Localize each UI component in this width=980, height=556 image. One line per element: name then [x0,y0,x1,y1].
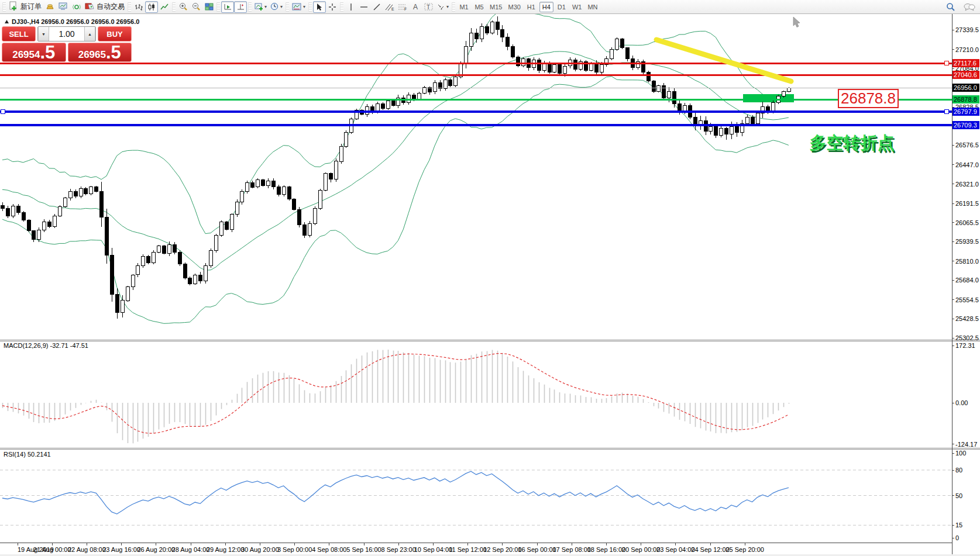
vertical-line-icon [348,3,354,11]
toolbar-grip [452,2,455,12]
svg-text:25939.5: 25939.5 [955,238,979,245]
svg-text:26956.0: 26956.0 [954,84,977,91]
tab-m1[interactable]: M1 [457,2,471,12]
tab-mn[interactable]: MN [585,2,600,12]
svg-text:26576.5: 26576.5 [955,141,979,149]
toolbar-right [946,0,975,14]
svg-text:26878.8: 26878.8 [841,89,896,107]
tile-windows-button[interactable] [202,1,215,13]
chevron-down-icon: ▾ [303,4,305,9]
bar-chart-button[interactable] [132,1,145,13]
chat-icon[interactable] [964,3,975,12]
fibonacci-button[interactable]: F [396,1,409,13]
svg-text:3 Sep 00:00: 3 Sep 00:00 [277,546,312,553]
time-axis: 19 Aug 201921 Aug 00:0022 Aug 08:0023 Au… [18,543,764,554]
level-lines [0,61,952,125]
zoom-out-button[interactable] [190,1,202,13]
sell-price-main: 26954 [12,49,40,61]
bar-chart-icon [135,3,143,11]
equidistant-channel-button[interactable]: E [383,1,396,13]
template-icon [292,3,302,11]
search-icon[interactable] [946,2,955,12]
tab-m30[interactable]: M30 [506,2,522,12]
sell-button[interactable]: SELL [2,26,36,42]
toolbar-grip [216,2,220,12]
svg-text:4 Sep 08:00: 4 Sep 08:00 [312,546,346,553]
tab-w1[interactable]: W1 [570,2,584,12]
svg-text:25428.5: 25428.5 [955,315,979,322]
tab-m5[interactable]: M5 [472,2,486,12]
tile-windows-icon [205,3,214,11]
tab-m15[interactable]: M15 [487,2,504,12]
svg-text:27117.6: 27117.6 [954,60,976,67]
line-chart-button[interactable] [158,1,171,13]
rsi-indicator [0,470,952,525]
chart-shift-icon [236,3,245,11]
svg-text:5 Sep 16:00: 5 Sep 16:00 [346,546,381,553]
text-label-icon: T [424,3,433,11]
highlight-box [743,94,794,102]
chart-shift-button[interactable] [234,1,247,13]
svg-text:20 Sep 00:00: 20 Sep 00:00 [622,546,660,553]
new-chart-button[interactable]: ▾ [253,1,269,13]
trendline-button[interactable] [370,1,383,13]
buy-button[interactable]: BUY [98,26,132,42]
svg-text:F: F [404,7,407,11]
autotrade-button[interactable]: 自动交易 [83,1,126,13]
tab-d1[interactable]: D1 [555,2,569,12]
auto-scroll-button[interactable] [221,1,234,13]
chart-canvas[interactable]: 27339.527210.027084.026956.026828.526703… [0,0,980,556]
arrows-button[interactable]: ▾ [435,1,451,13]
volume-input[interactable]: 1.00 [49,27,84,41]
volume-stepper: ▼ 1.00 ▲ [37,26,96,42]
autotrade-label: 自动交易 [97,2,125,12]
price-axis: 27339.527210.027084.026956.026828.526703… [0,14,979,554]
tab-h4[interactable]: H4 [539,2,553,12]
zoom-in-button[interactable] [177,1,190,13]
volume-increase-button[interactable]: ▲ [84,27,95,41]
svg-text:25302.5: 25302.5 [955,334,979,341]
svg-text:27210.0: 27210.0 [955,46,979,53]
buy-price-box[interactable]: 26965.5 [68,43,132,62]
svg-text:26191.5: 26191.5 [955,200,979,207]
new-order-button[interactable]: 新订单 [7,1,43,13]
svg-text:26878.8: 26878.8 [954,96,977,103]
tab-h1[interactable]: H1 [524,2,538,12]
sell-price-box[interactable]: 26954.5 [2,43,66,62]
crosshair-button[interactable] [326,1,339,13]
terminal-button[interactable] [57,1,70,13]
new-chart-icon [255,3,263,11]
text-button[interactable]: A [409,1,422,13]
svg-text:T: T [427,4,430,11]
toolbar-grip [340,2,343,12]
market-watch-button[interactable] [43,1,57,13]
svg-text:100: 100 [955,450,966,457]
cursor-button[interactable] [313,1,326,13]
line-chart-icon [160,3,169,11]
sell-price-frac: .5 [40,44,55,61]
svg-text:E: E [391,7,394,11]
toolbar-grip [128,2,131,12]
svg-text:25684.0: 25684.0 [955,277,979,284]
periods-button[interactable]: ▾ [269,1,284,13]
buy-price-main: 26965 [78,49,106,61]
svg-text:26065.5: 26065.5 [955,219,979,226]
terminal-icon [59,2,68,11]
crosshair-icon [328,3,336,11]
fibonacci-icon: F [398,3,407,11]
rsi-label: RSI(14) 50.2141 [4,451,51,458]
volume-decrease-button[interactable]: ▼ [38,27,49,41]
vertical-line-button[interactable] [345,1,357,13]
svg-text:80: 80 [955,467,962,474]
svg-text:26447.0: 26447.0 [955,161,979,168]
signals-button[interactable] [70,1,83,13]
symbol-marker-icon [5,20,9,23]
templates-button[interactable]: ▾ [290,1,307,13]
buy-price-frac: .5 [106,44,121,61]
svg-text:16 Sep 00:00: 16 Sep 00:00 [518,546,556,553]
horizontal-line-button[interactable] [357,1,370,13]
text-label-button[interactable]: T [422,1,435,13]
candlestick-chart-button[interactable] [145,1,158,13]
svg-text:17 Sep 08:00: 17 Sep 08:00 [552,546,590,553]
svg-text:23 Aug 16:00: 23 Aug 16:00 [102,546,140,553]
